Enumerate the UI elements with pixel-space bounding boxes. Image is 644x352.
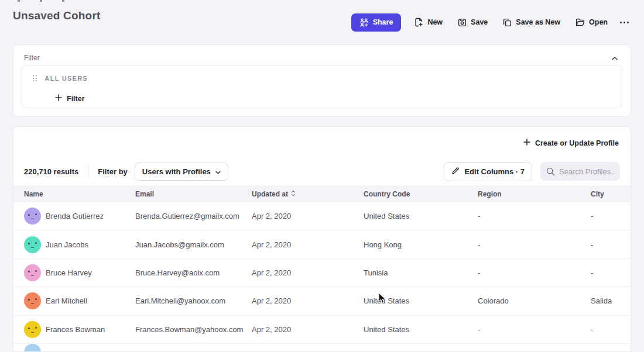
cell-country: United States (364, 212, 478, 220)
chevron-down-icon (215, 167, 221, 176)
cell-name: Bruce Harvey (46, 268, 92, 277)
cell-name: Brenda Gutierrez (46, 212, 104, 220)
create-or-update-profile-label: Create or Update Profile (535, 139, 619, 147)
results-count: 220,710 results (24, 167, 78, 176)
cell-region: - (478, 325, 591, 334)
cell-updated: Apr 2, 2020 (252, 212, 364, 220)
page-title: Unsaved Cohort (13, 9, 101, 22)
search-box (540, 162, 620, 181)
column-header-name: Name (24, 190, 135, 198)
cell-country: United States (364, 325, 478, 334)
share-button-label: Share (373, 18, 393, 26)
filter-panel: Filter ALL USERS Filter (13, 44, 631, 117)
share-button[interactable]: Share (351, 13, 402, 32)
avatar (24, 292, 41, 309)
profiles-filter-dropdown[interactable]: Users with Profiles (135, 163, 228, 181)
drag-handle-icon[interactable] (32, 74, 38, 82)
column-header-email: Email (135, 190, 252, 198)
cell-city: - (591, 212, 620, 220)
save-button-label: Save (471, 18, 488, 26)
cell-name: Frances Bowman (46, 325, 105, 334)
open-button[interactable]: Open (569, 14, 614, 30)
new-button-label: New (427, 18, 443, 26)
cell-email: Earl.Mitchell@yahoox.com (135, 296, 252, 305)
cell-city: Salida (591, 296, 620, 305)
open-button-label: Open (589, 18, 608, 26)
column-header-country-code: Country Code (364, 190, 478, 198)
copy-icon (503, 18, 512, 27)
column-header-city: City (591, 190, 620, 198)
edit-columns-button[interactable]: Edit Columns · 7 (444, 162, 532, 181)
add-filter-label: Filter (67, 95, 85, 103)
save-as-new-button[interactable]: Save as New (496, 14, 567, 31)
column-header-region: Region (478, 190, 591, 198)
topbar-actions: Share New Save Save as New (351, 13, 632, 32)
avatar (24, 344, 41, 352)
cell-region: - (478, 268, 591, 277)
cell-updated: Apr 2, 2020 (252, 325, 364, 334)
cell-region: Colorado (478, 296, 591, 305)
cell-country: United States (364, 296, 478, 305)
filter-group: ALL USERS Filter (22, 65, 622, 108)
cell-email: Brenda.Gutierrez@gmailx.com (135, 212, 252, 220)
table-row[interactable]: Juan Jacobs Juan.Jacobs@gmailx.com Apr 2… (13, 230, 631, 258)
cell-country: Tunisia (364, 268, 478, 277)
cell-email: Juan.Jacobs@gmailx.com (135, 240, 252, 249)
collapse-filter-button[interactable] (609, 51, 620, 64)
filter-panel-title: Filter (24, 54, 40, 62)
table-row[interactable]: Bruce Harvey Bruce.Harvey@aolx.com Apr 2… (13, 259, 631, 287)
avatar (24, 208, 41, 225)
avatar (24, 236, 41, 253)
chevron-up-icon (612, 53, 618, 62)
new-button[interactable]: New (408, 13, 449, 31)
cell-email: Bruce.Harvey@aolx.com (135, 268, 252, 277)
all-users-label: ALL USERS (45, 75, 88, 82)
pencil-icon (451, 167, 460, 177)
cell-country: Hong Kong (364, 240, 478, 249)
cell-city: - (591, 325, 620, 334)
profiles-toolbar: 220,710 results Filter by Users with Pro… (13, 157, 631, 185)
save-as-new-button-label: Save as New (516, 18, 560, 26)
table-row[interactable]: Brenda Gutierrez Brenda.Gutierrez@gmailx… (13, 202, 631, 230)
plus-icon (55, 94, 62, 103)
create-or-update-profile-button[interactable]: Create or Update Profile (521, 135, 621, 151)
plus-icon (523, 139, 530, 147)
more-options-button[interactable] (616, 17, 632, 28)
cell-name: Earl Mitchell (46, 296, 87, 305)
folder-icon (576, 18, 585, 26)
profiles-filter-value: Users with Profiles (142, 167, 211, 176)
table-row-partial[interactable] (13, 344, 631, 352)
avatar (24, 321, 41, 338)
cell-updated: Apr 2, 2020 (252, 240, 364, 249)
edit-columns-label: Edit Columns · 7 (464, 167, 525, 176)
divider (88, 165, 88, 177)
filter-by-label: Filter by (98, 167, 128, 176)
save-button[interactable]: Save (451, 14, 494, 31)
share-people-icon (359, 18, 369, 27)
table-row[interactable]: Frances Bowman Frances.Bowman@yahoox.com… (13, 316, 631, 344)
cell-email: Frances.Bowman@yahoox.com (135, 325, 252, 334)
profiles-panel: Create or Update Profile 220,710 results… (13, 126, 631, 352)
clipped-breadcrumb-fragment (18, 0, 64, 2)
cell-name: Juan Jacobs (46, 240, 88, 249)
cell-city: - (591, 268, 620, 277)
cell-region: - (478, 212, 591, 220)
cell-city: - (591, 240, 620, 249)
table-header: Name Email Updated at Country Code Regio… (13, 185, 631, 202)
avatar (24, 264, 41, 281)
save-icon (458, 18, 467, 27)
cell-region: - (478, 240, 591, 249)
column-header-updated-at[interactable]: Updated at (252, 190, 364, 198)
table-row[interactable]: Earl Mitchell Earl.Mitchell@yahoox.com A… (13, 287, 631, 315)
add-filter-button[interactable]: Filter (52, 92, 88, 105)
file-plus-icon (415, 18, 423, 27)
cell-updated: Apr 2, 2020 (252, 296, 364, 305)
cell-updated: Apr 2, 2020 (252, 268, 364, 277)
sort-icon (291, 190, 296, 198)
table-body: Brenda Gutierrez Brenda.Gutierrez@gmailx… (13, 202, 631, 352)
